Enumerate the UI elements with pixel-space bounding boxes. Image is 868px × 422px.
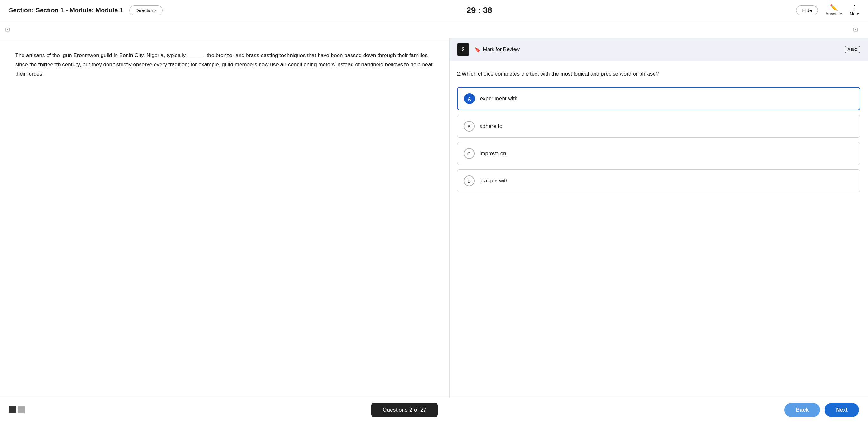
mark-for-review-button[interactable]: 🔖 Mark for Review: [474, 47, 845, 53]
hide-button[interactable]: Hide: [796, 5, 818, 15]
expand-right-icon: ⊡: [853, 26, 858, 33]
choice-c[interactable]: C improve on: [457, 142, 861, 165]
question-body: 2.Which choice completes the text with t…: [450, 61, 868, 206]
header: Section: Section 1 - Module: Module 1 Di…: [0, 0, 868, 21]
more-icon: ⋮: [851, 4, 858, 11]
back-button[interactable]: Back: [784, 403, 820, 417]
page-title: Section: Section 1 - Module: Module 1: [9, 7, 123, 14]
choice-a[interactable]: A experiment with: [457, 87, 861, 111]
square-light-icon: [18, 406, 25, 414]
square-dark-icon: [9, 406, 16, 414]
expand-left-icon: ⊡: [5, 26, 10, 33]
footer: Questions 2 of 27 Back Next: [0, 398, 868, 422]
question-header: 2 🔖 Mark for Review ABC: [450, 38, 868, 61]
expand-right-btn[interactable]: ⊡: [848, 24, 863, 35]
question-panel: 2 🔖 Mark for Review ABC 2.Which choice c…: [450, 38, 868, 398]
header-left: Section: Section 1 - Module: Module 1 Di…: [9, 5, 163, 15]
annotate-label: Annotate: [826, 11, 842, 16]
questions-counter: Questions 2 of 27: [371, 403, 438, 417]
choice-c-letter: C: [464, 148, 475, 159]
toolbar-area: ⊡ ⊡: [0, 21, 868, 38]
choice-a-letter: A: [464, 93, 475, 104]
bookmark-icon: 🔖: [474, 47, 480, 53]
main-content: The artisans of the Igun Eronmwon guild …: [0, 38, 868, 398]
pencil-icon: ✏️: [830, 4, 838, 11]
mark-review-label: Mark for Review: [483, 47, 520, 52]
footer-right: Back Next: [784, 403, 859, 417]
passage-panel: The artisans of the Igun Eronmwon guild …: [0, 38, 450, 398]
choice-b-letter: B: [464, 121, 475, 132]
choice-b-text: adhere to: [480, 123, 502, 129]
expand-left-btn[interactable]: ⊡: [0, 24, 15, 35]
next-button[interactable]: Next: [825, 403, 859, 417]
abc-badge: ABC: [845, 46, 860, 53]
more-label: More: [849, 11, 859, 16]
directions-button[interactable]: Directions: [129, 5, 163, 15]
choice-d-text: grapple with: [480, 178, 509, 184]
header-right: Hide ✏️ Annotate ⋮ More: [796, 4, 859, 16]
timer-display: 29 : 38: [467, 5, 492, 15]
question-number-badge: 2: [457, 43, 469, 56]
annotate-action[interactable]: ✏️ Annotate: [826, 4, 842, 16]
choice-d-letter: D: [464, 176, 475, 186]
question-text: 2.Which choice completes the text with t…: [457, 69, 861, 78]
choice-b[interactable]: B adhere to: [457, 115, 861, 138]
choice-c-text: improve on: [480, 150, 506, 157]
more-action[interactable]: ⋮ More: [849, 4, 859, 16]
choice-a-text: experiment with: [480, 95, 518, 102]
footer-left: [9, 406, 25, 414]
passage-text: The artisans of the Igun Eronmwon guild …: [15, 51, 434, 79]
choice-d[interactable]: D grapple with: [457, 170, 861, 192]
timer-text: 29 : 38: [467, 5, 492, 15]
